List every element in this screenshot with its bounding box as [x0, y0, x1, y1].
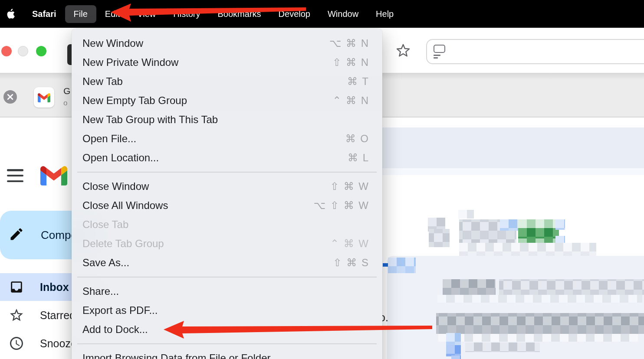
- sidebar-item-label: Inbox: [40, 281, 69, 294]
- close-tab-icon[interactable]: [3, 90, 17, 104]
- menubar-item-help[interactable]: Help: [367, 5, 402, 23]
- blurred-block: [458, 210, 474, 219]
- menubar-item-develop[interactable]: Develop: [270, 5, 319, 23]
- blurred-block: [438, 334, 638, 342]
- traffic-zoom-button[interactable]: [36, 46, 46, 56]
- blurred-block: [388, 258, 416, 273]
- blurred-block: [446, 345, 461, 356]
- bookmark-star-icon[interactable]: [394, 42, 412, 60]
- gmail-favicon[interactable]: [34, 87, 54, 108]
- clock-icon: [9, 336, 24, 351]
- blurred-search-band: [382, 127, 644, 168]
- menu-item-open-file[interactable]: Open File... ⌘ O: [72, 129, 382, 148]
- blurred-block: [446, 333, 461, 345]
- blurred-block: [518, 219, 559, 228]
- menu-item-new-private-window[interactable]: New Private Window ⇧ ⌘ N: [72, 53, 382, 72]
- file-menu: New Window ⌥ ⌘ N New Private Window ⇧ ⌘ …: [72, 29, 382, 359]
- menubar-item-safari[interactable]: Safari: [23, 5, 65, 23]
- menubar-item-view[interactable]: View: [128, 5, 164, 23]
- menubar-item-file[interactable]: File: [65, 5, 96, 23]
- blurred-block: [436, 313, 644, 334]
- menubar-item-history[interactable]: History: [164, 5, 209, 23]
- menu-item-new-tab[interactable]: New Tab ⌘ T: [72, 72, 382, 91]
- menu-item-open-location[interactable]: Open Location... ⌘ L: [72, 148, 382, 167]
- blurred-block: [518, 228, 559, 238]
- blue-accent-bar: [383, 263, 388, 267]
- gmail-logo: [40, 165, 67, 187]
- blurred-block: [437, 295, 642, 303]
- pencil-icon: [9, 226, 24, 244]
- menu-item-close-all-windows[interactable]: Close All Windows ⌥ ⇧ ⌘ W: [72, 196, 382, 215]
- menu-item-new-empty-tab-group[interactable]: New Empty Tab Group ⌃ ⌘ N: [72, 91, 382, 110]
- menu-item-delete-tab-group: Delete Tab Group ⌃ ⌘ W: [72, 234, 382, 253]
- blurred-block: [451, 356, 461, 359]
- menu-separator: [77, 277, 377, 277]
- menu-item-save-as[interactable]: Save As... ⇧ ⌘ S: [72, 253, 382, 272]
- blurred-block: [443, 279, 496, 295]
- menu-separator: [77, 343, 377, 344]
- menubar: Safari File Edit View History Bookmarks …: [0, 0, 644, 28]
- blurred-block: [555, 219, 565, 230]
- tab-title[interactable]: G: [63, 86, 70, 96]
- apple-logo-icon[interactable]: [5, 7, 16, 20]
- blurred-band-strip: [382, 168, 644, 175]
- traffic-minimize-button[interactable]: [18, 46, 28, 56]
- traffic-close-button[interactable]: [1, 46, 12, 56]
- sidebar-item-label: Starred: [40, 309, 76, 322]
- menu-item-new-tab-group-with-this-tab[interactable]: New Tab Group with This Tab: [72, 110, 382, 129]
- star-icon: [9, 307, 24, 323]
- menu-item-close-window[interactable]: Close Window ⇧ ⌘ W: [72, 177, 382, 196]
- menubar-item-window[interactable]: Window: [319, 5, 367, 23]
- screenshot-root: G o: [0, 0, 644, 359]
- blurred-block: [465, 343, 540, 352]
- main-menu-icon[interactable]: [7, 169, 24, 183]
- blurred-block: [429, 229, 450, 247]
- menu-item-new-window[interactable]: New Window ⌥ ⌘ N: [72, 34, 382, 53]
- address-bar[interactable]: [426, 39, 644, 64]
- menu-item-close-tab: Close Tab: [72, 215, 382, 234]
- menu-item-import-browsing-data[interactable]: Import Browsing Data from File or Folder: [72, 349, 382, 359]
- menubar-item-bookmarks[interactable]: Bookmarks: [209, 5, 270, 23]
- blurred-block: [499, 279, 644, 295]
- blurred-block: [500, 219, 518, 231]
- menu-item-share[interactable]: Share...: [72, 282, 382, 301]
- menu-item-export-as-pdf[interactable]: Export as PDF...: [72, 301, 382, 320]
- menubar-item-edit[interactable]: Edit: [96, 5, 128, 23]
- page-format-icon[interactable]: [434, 45, 445, 59]
- menu-separator: [77, 172, 377, 173]
- menu-item-add-to-dock[interactable]: Add to Dock...: [72, 320, 382, 339]
- tab-subtitle: o: [63, 99, 67, 108]
- inbox-icon: [9, 280, 24, 294]
